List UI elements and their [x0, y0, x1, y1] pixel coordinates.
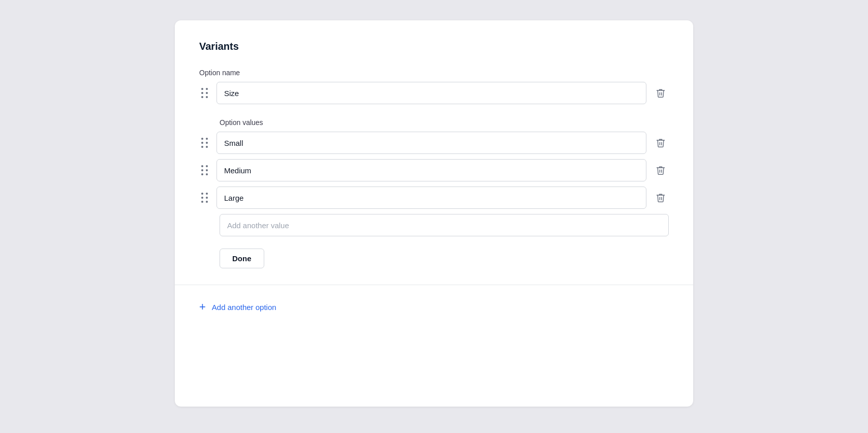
option-value-row-3 [199, 187, 669, 209]
trash-icon [656, 165, 666, 175]
drag-dot [201, 96, 203, 98]
option-name-group: Option name [199, 69, 669, 104]
drag-dot [201, 146, 203, 148]
trash-icon [656, 193, 666, 203]
drag-handle-value-1[interactable] [199, 136, 210, 150]
drag-dot [201, 142, 203, 144]
drag-dot [201, 138, 203, 140]
plus-icon: + [199, 301, 206, 313]
add-option-row[interactable]: + Add another option [199, 301, 669, 313]
add-value-input[interactable] [220, 214, 669, 236]
drag-dot [201, 92, 203, 94]
drag-dot [201, 173, 203, 175]
drag-dot [201, 165, 203, 167]
drag-dot [206, 169, 208, 171]
drag-dots [201, 138, 208, 148]
drag-dot [206, 96, 208, 98]
drag-dot [206, 165, 208, 167]
page-wrapper: Variants Option name [10, 10, 858, 433]
option-name-row [199, 82, 669, 104]
drag-dot [201, 197, 203, 199]
add-option-label[interactable]: Add another option [212, 303, 276, 312]
drag-dots [201, 165, 208, 175]
option-name-label: Option name [199, 69, 669, 77]
drag-dot [201, 169, 203, 171]
drag-dots [201, 193, 208, 203]
drag-dot [206, 173, 208, 175]
option-value-row-2 [199, 159, 669, 181]
drag-dot [206, 193, 208, 195]
option-values-label: Option values [199, 118, 669, 127]
option-value-input-3[interactable] [216, 187, 646, 209]
drag-dot [201, 193, 203, 195]
drag-handle-value-2[interactable] [199, 163, 210, 177]
section-divider [175, 285, 693, 285]
drag-dot [206, 197, 208, 199]
delete-value-button-1[interactable] [653, 135, 669, 151]
option-name-input[interactable] [216, 82, 646, 104]
delete-option-button[interactable] [653, 85, 669, 101]
drag-handle-option-name[interactable] [199, 86, 210, 100]
drag-dot [206, 146, 208, 148]
drag-dot [206, 201, 208, 203]
drag-dots [201, 88, 208, 98]
add-value-wrapper [199, 214, 669, 236]
drag-dot [206, 88, 208, 90]
delete-value-button-2[interactable] [653, 162, 669, 178]
option-value-row-1 [199, 132, 669, 154]
drag-dot [206, 92, 208, 94]
trash-icon [656, 88, 666, 98]
drag-dot [201, 201, 203, 203]
variants-card: Variants Option name [175, 20, 693, 407]
drag-dot [201, 88, 203, 90]
option-values-section: Option values [199, 118, 669, 268]
option-value-input-2[interactable] [216, 159, 646, 181]
section-title: Variants [199, 41, 669, 52]
delete-value-button-3[interactable] [653, 190, 669, 206]
option-value-input-1[interactable] [216, 132, 646, 154]
drag-dot [206, 138, 208, 140]
drag-dot [206, 142, 208, 144]
trash-icon [656, 138, 666, 148]
drag-handle-value-3[interactable] [199, 191, 210, 205]
done-button[interactable]: Done [220, 249, 264, 268]
